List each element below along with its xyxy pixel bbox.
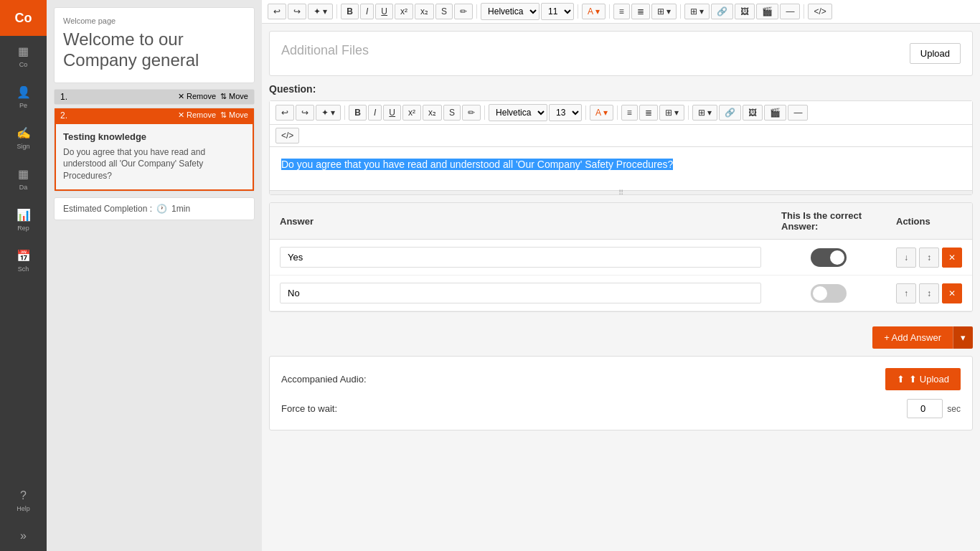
source-button[interactable]: </> xyxy=(808,4,831,19)
divider-1 xyxy=(336,4,337,19)
unordered-list-button[interactable]: ≡ xyxy=(613,4,630,19)
force-wait-input[interactable] xyxy=(907,399,943,418)
sidebar-item-label: Pe xyxy=(19,102,27,109)
divider-q1 xyxy=(344,105,345,120)
sidebar-item-label: Da xyxy=(19,184,28,191)
table-button-2[interactable]: ⊞ ▾ xyxy=(692,105,717,121)
move-up-button-1[interactable]: ↕ xyxy=(919,248,939,268)
sidebar-item-expand[interactable]: » xyxy=(0,521,47,551)
delete-button-1[interactable]: ✕ xyxy=(942,248,962,268)
subscript-button-2[interactable]: x₂ xyxy=(423,105,442,121)
remove-button-2[interactable]: ✕ Remove xyxy=(178,110,216,120)
bold-button[interactable]: B xyxy=(341,4,359,19)
question-text: Do you agree that you have read and unde… xyxy=(281,159,673,170)
font-color-button-2[interactable]: A ▾ xyxy=(590,105,613,121)
move-button-1[interactable]: ⇅ Move xyxy=(220,92,248,101)
italic-button[interactable]: I xyxy=(360,4,374,19)
redo-button[interactable]: ↪ xyxy=(288,4,306,19)
bold-button-2[interactable]: B xyxy=(349,105,367,121)
format-button[interactable]: ✦ ▾ xyxy=(308,4,333,19)
force-wait-label: Force to wait: xyxy=(281,403,337,414)
divider-q4 xyxy=(617,105,618,120)
divider-q5 xyxy=(688,105,689,120)
redo-button-2[interactable]: ↪ xyxy=(296,105,314,121)
unordered-list-button-2[interactable]: ≡ xyxy=(621,105,638,121)
font-color-button[interactable]: A ▾ xyxy=(582,4,606,19)
sidebar-item-reports[interactable]: 📊 Rep xyxy=(0,199,47,240)
answers-table: Answer This Is the correct Answer: Actio… xyxy=(269,202,973,312)
page-item-1-header: 1. ✕ Remove ⇅ Move xyxy=(55,90,254,104)
sidebar-item-help[interactable]: ? Help xyxy=(0,481,47,521)
correct-toggle-2[interactable] xyxy=(811,284,847,303)
underline-button-2[interactable]: U xyxy=(383,105,401,121)
correct-toggle-1[interactable] xyxy=(811,248,847,267)
strikethrough-button-2[interactable]: S xyxy=(443,105,461,121)
table-button[interactable]: ⊞ ▾ xyxy=(684,4,710,19)
additional-files-upload-button[interactable]: Upload xyxy=(910,43,961,64)
actions-cell-1: ↓ ↕ ✕ xyxy=(886,240,972,276)
add-answer-dropdown-button[interactable]: ▾ xyxy=(953,326,973,349)
hr-button-2[interactable]: — xyxy=(788,105,808,121)
ordered-list-button[interactable]: ≣ xyxy=(631,4,650,19)
delete-button-2[interactable]: ✕ xyxy=(942,283,962,303)
sidebar-item-courses[interactable]: ▦ Co xyxy=(0,36,47,77)
add-answer-button[interactable]: + Add Answer xyxy=(872,326,953,349)
correct-cell-2 xyxy=(771,276,886,311)
remove-button-1[interactable]: ✕ Remove xyxy=(178,92,216,101)
superscript-button-2[interactable]: x² xyxy=(402,105,421,121)
image-button-2[interactable]: 🖼 xyxy=(743,105,763,121)
answer-input-2[interactable] xyxy=(280,283,761,303)
answer-cell-1 xyxy=(270,240,771,276)
sidebar-item-label: Rep xyxy=(17,225,29,232)
audio-row: Accompanied Audio: ⬆ ⬆ Upload xyxy=(281,368,961,390)
underline-button[interactable]: U xyxy=(375,4,393,19)
sidebar-item-people[interactable]: 👤 Pe xyxy=(0,77,47,118)
audio-upload-button[interactable]: ⬆ ⬆ Upload xyxy=(885,368,961,390)
link-button-2[interactable]: 🔗 xyxy=(719,105,741,121)
italic-button-2[interactable]: I xyxy=(368,105,382,121)
move-up-button-2[interactable]: ↑ xyxy=(896,283,916,303)
format-button-2[interactable]: ✦ ▾ xyxy=(316,105,341,121)
resize-icon: ⠿ xyxy=(618,189,623,197)
divider-q2 xyxy=(484,105,485,120)
move-vert-button-2[interactable]: ↕ xyxy=(919,283,939,303)
editor-resize-handle[interactable]: ⠿ xyxy=(270,190,972,194)
align-button[interactable]: ⊞ ▾ xyxy=(651,4,677,19)
sidebar-item-label: Help xyxy=(17,505,30,512)
move-button-2[interactable]: ⇅ Move xyxy=(220,110,248,120)
undo-button[interactable]: ↩ xyxy=(268,4,286,19)
toolbar-1: ↩ ↪ ✦ ▾ B I U x² x₂ S ✏ Helvetica 11 A ▾… xyxy=(262,0,980,24)
reports-icon: 📊 xyxy=(17,208,31,222)
font-size-select[interactable]: 11 xyxy=(541,3,574,20)
source-button-2[interactable]: </> xyxy=(275,128,299,143)
answer-cell-2 xyxy=(270,276,771,311)
subscript-button[interactable]: x₂ xyxy=(415,4,434,19)
align-button-2[interactable]: ⊞ ▾ xyxy=(659,105,684,121)
sidebar-item-sign[interactable]: ✍ Sign xyxy=(0,118,47,159)
link-button[interactable]: 🔗 xyxy=(711,4,733,19)
image-button[interactable]: 🖼 xyxy=(735,4,755,19)
font-size-select-2[interactable]: 13 xyxy=(549,104,582,121)
upload-label: ⬆ Upload xyxy=(909,374,949,385)
clear-format-button-2[interactable]: ✏ xyxy=(462,105,481,121)
clock-icon: 🕐 xyxy=(156,204,167,214)
sidebar-item-schedule[interactable]: 📅 Sch xyxy=(0,240,47,281)
page-item-2-desc: Do you agree that you have read and unde… xyxy=(63,146,245,182)
undo-button-2[interactable]: ↩ xyxy=(275,105,294,121)
hr-button[interactable]: — xyxy=(780,4,800,19)
clear-format-button[interactable]: ✏ xyxy=(454,4,473,19)
move-down-button-1[interactable]: ↓ xyxy=(896,248,916,268)
force-wait-row: Force to wait: sec xyxy=(281,399,961,418)
video-button[interactable]: 🎬 xyxy=(756,4,778,19)
font-select-2[interactable]: Helvetica xyxy=(489,104,547,121)
action-btns-1: ↓ ↕ ✕ xyxy=(896,248,962,268)
sidebar-item-dash[interactable]: ▦ Da xyxy=(0,159,47,199)
strikethrough-button[interactable]: S xyxy=(435,4,453,19)
divider-q3 xyxy=(585,105,586,120)
question-editor-content[interactable]: Do you agree that you have read and unde… xyxy=(270,147,972,190)
superscript-button[interactable]: x² xyxy=(395,4,413,19)
ordered-list-button-2[interactable]: ≣ xyxy=(639,105,658,121)
answer-input-1[interactable] xyxy=(280,247,761,268)
video-button-2[interactable]: 🎬 xyxy=(764,105,786,121)
font-select[interactable]: Helvetica xyxy=(481,3,540,20)
